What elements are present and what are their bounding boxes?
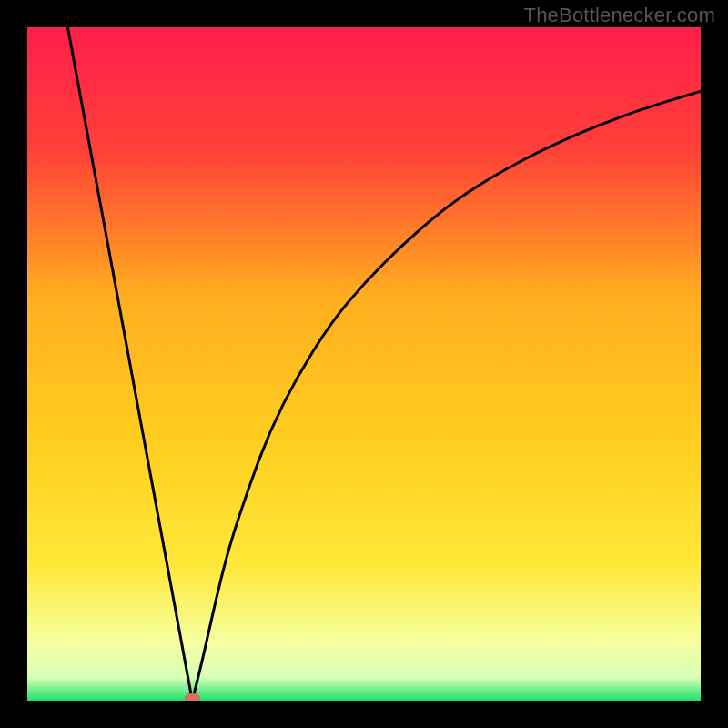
plot-area [27, 27, 701, 701]
gradient-background [27, 27, 701, 701]
chart-svg [27, 27, 701, 701]
min-marker [185, 693, 199, 701]
attribution-label: TheBottlenecker.com [524, 4, 715, 27]
chart-frame: TheBottlenecker.com [0, 0, 728, 728]
